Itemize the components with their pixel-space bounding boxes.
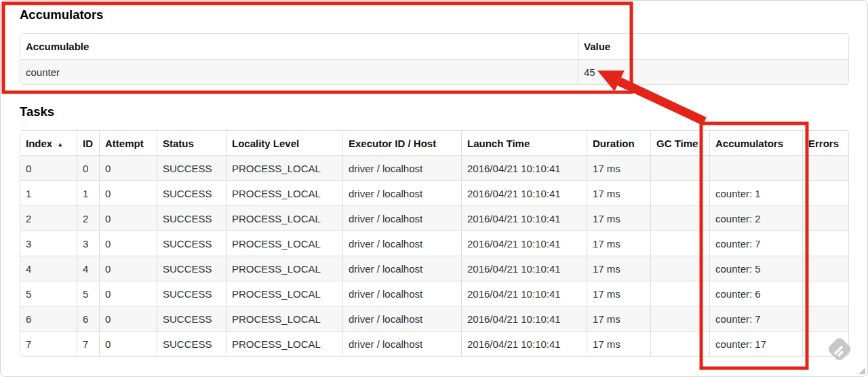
tasks-table-wrap: Index▲ ID Attempt Status Locality Level …	[20, 130, 849, 357]
cell-status: SUCCESS	[157, 306, 226, 331]
accumulators-header-row: Accumulable Value	[20, 34, 848, 59]
tasks-heading: Tasks	[20, 104, 849, 119]
col-header-executor-id-host[interactable]: Executor ID / Host	[342, 131, 461, 155]
col-header-index-label: Index	[26, 138, 52, 149]
cell-id: 6	[77, 306, 99, 331]
task-row: 660SUCCESSPROCESS_LOCALdriver / localhos…	[20, 306, 848, 331]
cell-index: 5	[20, 281, 77, 306]
cell-launch-time: 2016/04/21 10:10:41	[461, 306, 587, 331]
task-row: 550SUCCESSPROCESS_LOCALdriver / localhos…	[20, 281, 848, 306]
cell-duration: 17 ms	[587, 180, 650, 205]
cell-locality-level: PROCESS_LOCAL	[226, 205, 342, 231]
cell-status: SUCCESS	[157, 180, 226, 205]
cell-status: SUCCESS	[157, 256, 226, 281]
cell-errors	[802, 180, 848, 205]
cell-accumulators	[709, 155, 802, 180]
cell-launch-time: 2016/04/21 10:10:41	[461, 281, 587, 306]
page-content: Accumulators Accumulable Value	[1, 1, 867, 357]
accumulators-heading: Accumulators	[20, 7, 849, 22]
cell-executor-id-host: driver / localhost	[342, 306, 461, 331]
task-row: 770SUCCESSPROCESS_LOCALdriver / localhos…	[20, 331, 848, 356]
task-row: 440SUCCESSPROCESS_LOCALdriver / localhos…	[20, 256, 848, 281]
cell-duration: 17 ms	[587, 306, 650, 331]
cell-locality-level: PROCESS_LOCAL	[226, 180, 342, 205]
spark-ui-stage-page: Accumulators Accumulable Value	[0, 0, 868, 377]
cell-attempt: 0	[99, 231, 157, 256]
col-header-accumulable-label: Accumulable	[26, 41, 89, 52]
task-row: 220SUCCESSPROCESS_LOCALdriver / localhos…	[20, 205, 848, 231]
cell-executor-id-host: driver / localhost	[342, 180, 461, 205]
cell-accumulable-name: counter	[20, 59, 578, 84]
cell-id: 1	[77, 180, 99, 205]
col-header-attempt[interactable]: Attempt	[99, 131, 157, 155]
resize-grip-icon[interactable]	[859, 368, 865, 374]
tasks-header-row: Index▲ ID Attempt Status Locality Level …	[20, 131, 848, 155]
cell-accumulators: counter: 1	[709, 180, 802, 205]
accumulators-table: Accumulable Value counter 45	[20, 34, 848, 84]
cell-executor-id-host: driver / localhost	[342, 205, 461, 231]
col-header-status[interactable]: Status	[157, 131, 226, 155]
cell-accumulable-value: 45	[578, 59, 848, 84]
cell-index: 4	[20, 256, 77, 281]
cell-accumulators: counter: 17	[709, 331, 802, 356]
cell-id: 7	[77, 331, 99, 356]
cell-id: 5	[77, 281, 99, 306]
cell-duration: 17 ms	[587, 155, 650, 180]
col-header-value-label: Value	[584, 41, 610, 52]
cell-status: SUCCESS	[157, 155, 226, 180]
cell-gc-time	[650, 155, 709, 180]
cell-attempt: 0	[99, 180, 157, 205]
cell-status: SUCCESS	[157, 231, 226, 256]
task-row: 330SUCCESSPROCESS_LOCALdriver / localhos…	[20, 231, 848, 256]
col-header-accumulators[interactable]: Accumulators	[709, 131, 802, 155]
col-header-launch-time[interactable]: Launch Time	[461, 131, 587, 155]
cell-executor-id-host: driver / localhost	[342, 231, 461, 256]
tasks-table: Index▲ ID Attempt Status Locality Level …	[20, 131, 848, 356]
cell-locality-level: PROCESS_LOCAL	[226, 231, 342, 256]
cell-launch-time: 2016/04/21 10:10:41	[461, 331, 587, 356]
cell-id: 0	[77, 155, 99, 180]
cell-duration: 17 ms	[587, 281, 650, 306]
cell-executor-id-host: driver / localhost	[342, 281, 461, 306]
cell-id: 2	[77, 205, 99, 231]
cell-executor-id-host: driver / localhost	[342, 256, 461, 281]
cell-attempt: 0	[99, 281, 157, 306]
col-header-id[interactable]: ID	[77, 131, 99, 155]
cell-accumulators: counter: 2	[709, 205, 802, 231]
col-header-errors[interactable]: Errors	[802, 131, 848, 155]
col-header-gc-time[interactable]: GC Time	[650, 131, 709, 155]
cell-locality-level: PROCESS_LOCAL	[226, 256, 342, 281]
cell-index: 6	[20, 306, 77, 331]
cell-id: 3	[77, 231, 99, 256]
cell-launch-time: 2016/04/21 10:10:41	[461, 180, 587, 205]
cell-executor-id-host: driver / localhost	[342, 331, 461, 356]
cell-locality-level: PROCESS_LOCAL	[226, 306, 342, 331]
cell-gc-time	[650, 180, 709, 205]
cell-locality-level: PROCESS_LOCAL	[226, 155, 342, 180]
cell-index: 7	[20, 331, 77, 356]
cell-launch-time: 2016/04/21 10:10:41	[461, 231, 587, 256]
cell-errors	[802, 155, 848, 180]
task-row: 110SUCCESSPROCESS_LOCALdriver / localhos…	[20, 180, 848, 205]
cell-index: 3	[20, 231, 77, 256]
feedly-watermark-icon	[825, 335, 854, 366]
cell-duration: 17 ms	[587, 256, 650, 281]
col-header-duration[interactable]: Duration	[587, 131, 650, 155]
cell-attempt: 0	[99, 306, 157, 331]
cell-attempt: 0	[99, 331, 157, 356]
col-header-accumulable: Accumulable	[20, 34, 578, 59]
cell-locality-level: PROCESS_LOCAL	[226, 331, 342, 356]
cell-launch-time: 2016/04/21 10:10:41	[461, 205, 587, 231]
cell-attempt: 0	[99, 155, 157, 180]
cell-executor-id-host: driver / localhost	[342, 155, 461, 180]
cell-locality-level: PROCESS_LOCAL	[226, 281, 342, 306]
cell-status: SUCCESS	[157, 205, 226, 231]
cell-accumulators: counter: 7	[709, 231, 802, 256]
cell-attempt: 0	[99, 256, 157, 281]
cell-attempt: 0	[99, 205, 157, 231]
col-header-locality-level[interactable]: Locality Level	[226, 131, 342, 155]
col-header-index[interactable]: Index▲	[20, 131, 77, 155]
cell-duration: 17 ms	[587, 205, 650, 231]
cell-launch-time: 2016/04/21 10:10:41	[461, 155, 587, 180]
cell-gc-time	[650, 306, 709, 331]
